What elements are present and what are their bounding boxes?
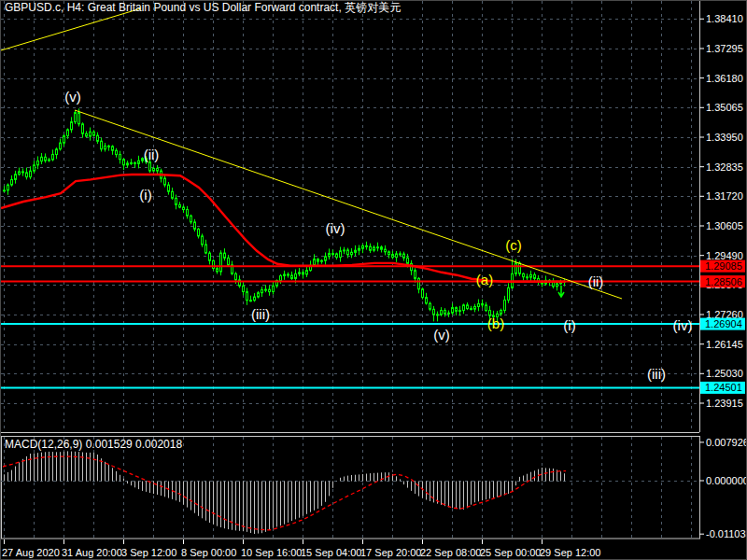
candle-body xyxy=(235,273,237,280)
candle-body xyxy=(63,136,65,144)
candle-body xyxy=(198,229,200,236)
candle-body xyxy=(400,254,402,255)
candle-body xyxy=(437,315,439,315)
wave-label: (a) xyxy=(476,272,493,287)
price-axis-label[interactable]: 1.36180 xyxy=(706,73,743,84)
price-axis-label[interactable]: 1.38410 xyxy=(706,13,743,24)
wave-label: (i) xyxy=(563,317,575,333)
price-axis-label[interactable]: 1.23915 xyxy=(706,398,743,409)
time-axis-label[interactable]: 29 Sep 12:00 xyxy=(540,547,600,558)
candle-body xyxy=(351,252,353,255)
price-axis-label[interactable]: 1.37295 xyxy=(706,43,743,54)
candle-body xyxy=(30,171,32,176)
candle-body xyxy=(4,190,6,191)
candle-body xyxy=(422,289,424,298)
candle-body xyxy=(108,146,110,147)
wave-label: (iv) xyxy=(673,317,693,333)
price-axis-label[interactable]: 1.26145 xyxy=(706,339,743,350)
candle-body xyxy=(467,305,469,309)
candle-body xyxy=(463,305,465,311)
time-axis-label[interactable]: 27 Aug 2020 xyxy=(2,547,60,558)
candle-body xyxy=(97,135,99,141)
price-axis-label[interactable]: 1.31720 xyxy=(706,190,743,202)
time-axis-label[interactable]: 17 Sep 20:00 xyxy=(360,547,421,558)
candle-body xyxy=(71,122,73,130)
candle-body xyxy=(90,132,92,136)
candle-body xyxy=(217,269,218,272)
price-axis-label[interactable]: 1.32835 xyxy=(706,161,743,173)
candle-body xyxy=(179,204,181,207)
price-line-box-label: 1.26904 xyxy=(705,318,742,329)
macd-axis-label[interactable]: 0.000000 xyxy=(706,475,747,486)
candle-body xyxy=(205,245,207,253)
candle-body xyxy=(385,249,387,252)
candle-body xyxy=(500,311,502,315)
candle-body xyxy=(347,250,349,255)
candle-body xyxy=(388,252,390,255)
candle-body xyxy=(49,160,50,161)
price-axis-label[interactable]: 1.25030 xyxy=(706,368,743,379)
candle-body xyxy=(359,248,360,250)
chart-title: GBPUSD.c, H4: Great Britain Pound vs US … xyxy=(5,1,401,14)
candle-body xyxy=(306,271,308,274)
macd-axis-label[interactable]: 0.007926 xyxy=(706,437,747,448)
price-axis-label[interactable]: 1.29490 xyxy=(706,250,743,261)
candle-body xyxy=(273,286,275,291)
candle-body xyxy=(508,287,510,300)
time-axis-label[interactable]: 22 Sep 08:00 xyxy=(420,547,481,558)
candle-body xyxy=(19,172,21,175)
candle-body xyxy=(153,168,155,171)
candle-body xyxy=(336,254,338,258)
wave-label: (i) xyxy=(139,187,151,203)
candle-body xyxy=(56,149,58,155)
time-axis-label[interactable]: 25 Sep 00:00 xyxy=(480,547,541,558)
price-axis-label[interactable]: 1.35065 xyxy=(706,102,743,113)
candle-body xyxy=(7,185,9,190)
candle-body xyxy=(131,162,133,163)
candle-body xyxy=(403,254,405,258)
candle-body xyxy=(37,161,39,165)
time-axis-label[interactable]: 3 Sep 12:00 xyxy=(121,547,176,558)
candle-body xyxy=(190,216,192,222)
time-axis-label[interactable]: 15 Sep 04:00 xyxy=(301,547,361,558)
candle-body xyxy=(486,305,487,311)
candle-body xyxy=(515,263,517,273)
candle-body xyxy=(448,313,450,314)
candle-body xyxy=(430,303,431,309)
candle-body xyxy=(22,172,24,173)
candle-body xyxy=(120,155,121,160)
candle-body xyxy=(67,130,69,136)
candle-body xyxy=(280,276,282,281)
wave-label: (b) xyxy=(487,315,504,331)
candle-body xyxy=(172,191,174,198)
time-axis-label[interactable]: 31 Aug 20:00 xyxy=(62,547,122,558)
price-axis-label[interactable]: 1.30605 xyxy=(706,220,743,231)
candle-body xyxy=(164,178,166,185)
candle-body xyxy=(381,247,383,250)
candle-body xyxy=(370,246,372,250)
candle-body xyxy=(60,143,62,149)
candle-body xyxy=(519,263,521,273)
candle-body xyxy=(321,260,323,261)
candle-body xyxy=(392,255,394,258)
price-axis-label[interactable]: 1.33950 xyxy=(706,132,743,143)
chart-canvas[interactable]: (v)(ii)(i)(iv)(iii)(v)(a)(b)(c)(i)(ii)(i… xyxy=(1,1,747,560)
macd-axis-label[interactable]: -0.011035 xyxy=(706,528,747,539)
candle-body xyxy=(127,163,129,165)
candle-body xyxy=(362,245,364,248)
candle-body xyxy=(258,293,260,297)
candle-body xyxy=(426,298,428,303)
wave-label: (iv) xyxy=(326,220,345,236)
candle-body xyxy=(250,301,252,301)
candle-body xyxy=(209,253,211,260)
candle-body xyxy=(269,289,271,292)
candle-body xyxy=(112,147,114,150)
time-axis-label[interactable]: 10 Sep 16:00 xyxy=(241,547,302,558)
time-axis-label[interactable]: 8 Sep 00:00 xyxy=(181,547,236,558)
candle-body xyxy=(344,250,345,251)
price-line-box-label: 1.29085 xyxy=(705,260,742,272)
candle-body xyxy=(228,258,230,264)
candle-body xyxy=(415,271,416,279)
candle-body xyxy=(374,247,375,250)
candle-body xyxy=(26,173,28,177)
